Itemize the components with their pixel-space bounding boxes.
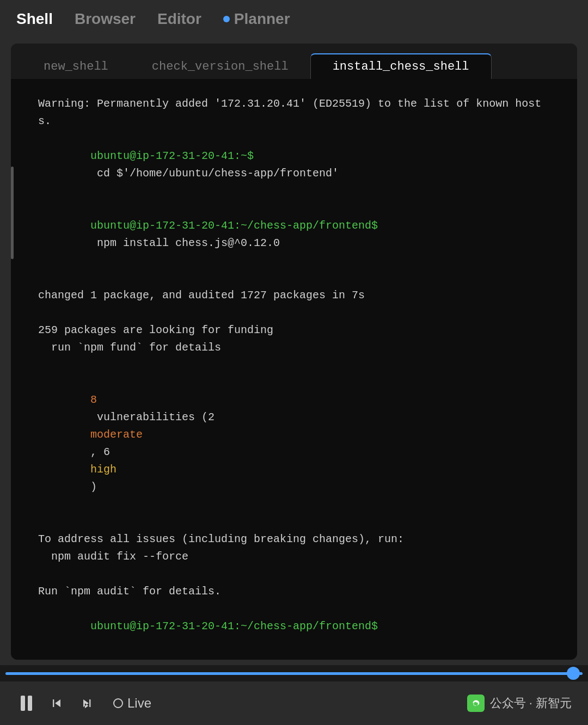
terminal-line: Warning: Permanently added '172.31.20.41…	[38, 95, 550, 130]
tab-new-shell[interactable]: new_shell	[22, 54, 130, 79]
planner-dot	[223, 16, 230, 22]
tab-bar: new_shell check_version_shell install_ch…	[11, 44, 577, 79]
scrubber-thumb[interactable]	[567, 667, 580, 680]
terminal-blank	[38, 269, 550, 287]
terminal-line: Run `npm audit` for details.	[38, 583, 550, 600]
tab-check-version-shell[interactable]: check_version_shell	[130, 54, 310, 79]
nav-shell[interactable]: Shell	[16, 6, 53, 32]
terminal-line: run `npm fund` for details	[38, 339, 550, 357]
nav-planner[interactable]: Planner	[223, 6, 290, 32]
watermark-text: 公众号 · 新智元	[490, 695, 572, 711]
vuln-number: 8	[90, 394, 97, 406]
live-indicator[interactable]: Live	[113, 696, 151, 711]
vuln-sep: , 6	[90, 446, 117, 458]
bottom-bar: Live 公众号 · 新智元	[0, 681, 588, 725]
terminal-command: cd $'/home/ubuntu/chess-app/frontend'	[90, 167, 339, 180]
vuln-text: vulnerabilities (2	[90, 411, 221, 423]
terminal-prompt: ubuntu@ip-172-31-20-41:~$	[90, 150, 254, 162]
terminal-command: npm install chess.js@^0.12.0	[90, 237, 280, 249]
terminal-line: To address all issues (including breakin…	[38, 531, 550, 548]
terminal-blank	[38, 357, 550, 374]
terminal-blank	[38, 513, 550, 531]
scrubber-bar[interactable]	[0, 665, 588, 681]
live-circle-icon	[113, 698, 123, 708]
scrubber-track[interactable]	[5, 672, 583, 675]
terminal-container: new_shell check_version_shell install_ch…	[11, 44, 577, 660]
skip-prev-icon	[49, 696, 64, 711]
top-nav: Shell Browser Editor Planner	[0, 0, 588, 38]
terminal-line: ubuntu@ip-172-31-20-41:~/chess-app/front…	[38, 600, 550, 653]
nav-browser[interactable]: Browser	[75, 6, 136, 32]
nav-editor[interactable]: Editor	[157, 6, 201, 32]
vuln-high: high	[90, 463, 117, 476]
tab-install-chess-shell[interactable]: install_chess_shell	[310, 53, 492, 79]
terminal-line: ubuntu@ip-172-31-20-41:~$ cd $'/home/ubu…	[38, 130, 550, 200]
terminal-prompt: ubuntu@ip-172-31-20-41:~/chess-app/front…	[90, 219, 378, 232]
terminal-line: ubuntu@ip-172-31-20-41:~/chess-app/front…	[38, 200, 550, 269]
terminal-body[interactable]: Warning: Permanently added '172.31.20.41…	[11, 79, 577, 660]
terminal-vuln-line: 8 vulnerabilities (2 moderate , 6 high )	[38, 374, 550, 513]
live-label: Live	[127, 696, 151, 711]
terminal-line: npm audit fix --force	[38, 548, 550, 566]
main-content: new_shell check_version_shell install_ch…	[0, 38, 588, 665]
terminal-prompt: ubuntu@ip-172-31-20-41:~/chess-app/front…	[90, 620, 378, 632]
wechat-icon	[467, 695, 485, 712]
pause-button[interactable]	[16, 693, 36, 713]
terminal-line: changed 1 package, and audited 1727 pack…	[38, 287, 550, 304]
terminal-line: 259 packages are looking for funding	[38, 322, 550, 339]
playback-controls: Live	[16, 693, 151, 713]
bottom-right: 公众号 · 新智元	[467, 695, 572, 712]
terminal-blank	[38, 566, 550, 583]
pause-icon	[21, 696, 32, 711]
skip-prev-button[interactable]	[47, 693, 66, 713]
skip-next-button[interactable]	[77, 693, 97, 713]
skip-next-icon	[79, 696, 95, 711]
terminal-blank	[38, 304, 550, 322]
vuln-end: )	[90, 481, 97, 493]
vuln-moderate: moderate	[90, 428, 143, 441]
